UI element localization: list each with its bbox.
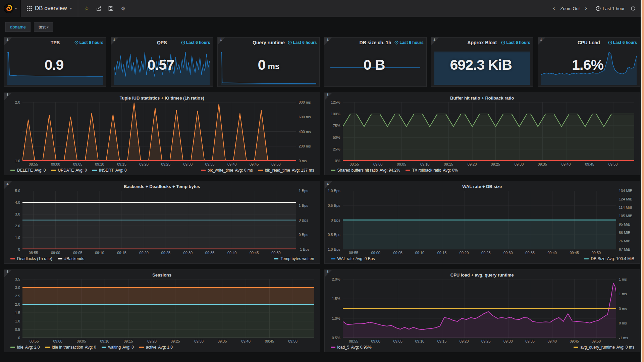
panel-time-range-link[interactable]: Last 6 hours <box>74 40 103 45</box>
graph-plot[interactable] <box>22 102 296 161</box>
y-tick: 75% <box>333 124 340 128</box>
graph-plot[interactable] <box>22 191 296 249</box>
y-tick: 1.5 <box>15 311 20 315</box>
y-tick: 1 Bps <box>299 189 308 193</box>
y-tick: 400 ms <box>299 130 311 134</box>
y-tick: 1.5% <box>332 297 340 301</box>
variable-value-label: test <box>39 24 46 29</box>
legend-item[interactable]: WAL rateAvg: 0 Bps <box>331 256 375 261</box>
legend-series-avg: Avg: 0% <box>443 168 458 173</box>
clock-icon <box>608 41 612 45</box>
y-tick: 2.0 <box>15 224 20 228</box>
legend-item[interactable]: DB SizeAvg: 100.4 MiB <box>584 256 634 261</box>
legend-item[interactable]: #Backends <box>58 256 84 261</box>
graph-plot[interactable] <box>343 102 635 161</box>
clock-icon <box>181 41 185 45</box>
legend-series-label: active <box>146 345 156 350</box>
legend-item[interactable]: TX rollback ratioAvg: 0% <box>406 168 458 173</box>
stat-panel-tps[interactable]: i TPS Last 6 hours 0.9 <box>4 37 106 87</box>
legend-item[interactable]: blk_read_timeAvg: 137 ms <box>258 168 314 173</box>
stat-panel-approx-bloat[interactable]: i Approx Bloat Last 6 hours 692.3 KiB <box>431 37 533 87</box>
stat-panel-cpu-load[interactable]: i CPU Load Last 6 hours 1.6% <box>538 37 640 87</box>
stat-panel-db-size-change[interactable]: i DB size ch. 1h Last 6 hours 0 B <box>324 37 426 87</box>
legend-series-label: Temp bytes written <box>280 256 314 261</box>
panel-title[interactable]: Buffer hit ratio + Rollback ratio <box>327 95 637 102</box>
legend-item[interactable]: idleAvg: 2.0 <box>10 345 40 350</box>
legend-series-avg: Avg: 0 ms <box>235 168 253 173</box>
graph-plot[interactable] <box>22 279 314 338</box>
legend-item[interactable]: activeAvg: 1.0 <box>139 345 173 350</box>
settings-button[interactable]: ⚙ <box>117 0 129 17</box>
graph-plot[interactable] <box>343 191 616 249</box>
legend: Deadlocks (1h rate)#BackendsTemp bytes w… <box>7 255 317 263</box>
x-tick: 09:25 <box>481 339 491 343</box>
x-tick: 09:15 <box>117 162 126 166</box>
y-tick: 2.0 <box>15 100 20 104</box>
y-tick: 1.0% <box>332 316 340 320</box>
y-axis-left: 3.53.02.52.01.51.00.50 <box>7 279 22 338</box>
page-scrollbar[interactable] <box>641 0 644 362</box>
panel-title[interactable]: Backends + Deadlocks + Temp bytes <box>7 183 317 191</box>
time-shift-right-button[interactable]: › <box>583 5 589 12</box>
legend-item[interactable]: DELETEAvg: 0 <box>10 168 46 173</box>
panel-title[interactable]: WAL rate + DB size <box>327 183 637 191</box>
y-tick: 1 ms <box>619 292 627 296</box>
x-tick: 09:10 <box>415 251 425 255</box>
legend-item[interactable]: load_5Avg: 0.96% <box>331 345 372 350</box>
stat-panel-qps[interactable]: i QPS Last 6 hours 0.57 <box>111 37 213 87</box>
x-tick: 09:40 <box>547 251 557 255</box>
legend-series-color <box>10 258 15 259</box>
legend-item[interactable]: avg_query_runtimeAvg: 0 ms <box>574 345 634 350</box>
legend: idleAvg: 2.0idle in transactionAvg: 0wai… <box>7 344 317 351</box>
time-shift-left-button[interactable]: ‹ <box>551 5 557 12</box>
legend-item[interactable]: INSERTAvg: 0 <box>92 168 127 173</box>
legend-item[interactable]: Shared buffers hit ratioAvg: 94.2% <box>331 168 400 173</box>
legend: WAL rateAvg: 0 BpsDB SizeAvg: 100.4 MiB <box>327 255 637 263</box>
panel-time-range-link[interactable]: Last 6 hours <box>288 40 317 45</box>
graph-panel-cpu-load-query-runtime: i CPU load + avg. query runtime 2.0%1.5%… <box>324 269 640 352</box>
y-axis-right: 1 ms1 ms0 ms0 ms-1 ms <box>616 279 637 338</box>
x-tick: 08:55 <box>30 339 39 343</box>
refresh-button[interactable] <box>628 0 638 17</box>
y-tick: 86 MiB <box>619 231 630 235</box>
variable-value-dropdown[interactable]: test ▾ <box>34 22 53 32</box>
x-axis: 08:5509:0009:0509:1009:1509:2009:2509:30… <box>22 161 296 167</box>
legend-item[interactable]: Temp bytes written <box>274 256 314 261</box>
panel-time-range-link[interactable]: Last 6 hours <box>181 40 210 45</box>
x-tick: 09:00 <box>371 339 380 343</box>
legend-item[interactable]: Deadlocks (1h rate) <box>10 256 52 261</box>
y-axis-left: 5.04.03.02.01.00 <box>7 191 22 249</box>
stat-panel-query-runtime[interactable]: i Query runtime Last 6 hours 0ms <box>217 37 320 87</box>
stats-row: i TPS Last 6 hours 0.9 i QPS Last 6 hour… <box>4 37 640 87</box>
share-dashboard-button[interactable] <box>93 0 105 17</box>
panel-title[interactable]: CPU load + avg. query runtime <box>327 272 637 279</box>
legend-item[interactable]: waitingAvg: 0 <box>102 345 134 350</box>
time-range-label: Last 1 hour <box>603 6 625 11</box>
grafana-logo-menu[interactable]: ▾ <box>0 0 21 17</box>
graph-plot[interactable] <box>343 279 616 338</box>
legend-series-label: #Backends <box>64 256 84 261</box>
y-tick: 3.5 <box>15 277 20 281</box>
panel-time-range-link[interactable]: Last 6 hours <box>608 40 637 45</box>
panel-title[interactable]: Sessions <box>7 272 317 279</box>
legend-item[interactable]: blk_write_timeAvg: 0 ms <box>201 168 253 173</box>
star-dashboard-button[interactable]: ☆ <box>81 0 93 17</box>
save-dashboard-button[interactable] <box>105 0 117 17</box>
legend-item[interactable]: idle in transactionAvg: 0 <box>45 345 96 350</box>
panel-time-range-link[interactable]: Last 6 hours <box>394 40 423 45</box>
dashboard-title-menu[interactable]: DB overview ▾ <box>21 0 78 17</box>
time-range-picker[interactable]: Last 1 hour <box>594 6 627 11</box>
chevron-down-icon: ▾ <box>70 6 72 11</box>
graph-panel-buffer-hit-ratio: i Buffer hit ratio + Rollback ratio 125%… <box>324 93 640 175</box>
y-axis-right <box>634 102 637 161</box>
dashboard-title: DB overview <box>35 5 67 12</box>
zoom-out-button[interactable]: Zoom Out <box>558 6 582 11</box>
x-axis: 08:5509:0009:0509:1009:1509:2009:2509:30… <box>343 249 616 255</box>
panel-time-range-link[interactable]: Last 6 hours <box>501 40 530 45</box>
legend-item[interactable]: UPDATEAvg: 0 <box>51 168 87 173</box>
x-tick: 09:35 <box>205 162 215 166</box>
x-tick: 09:25 <box>161 162 171 166</box>
graph-row-1: i Tuple IUD statistics + IO times (1h ra… <box>4 93 640 175</box>
panel-title[interactable]: Tuple IUD statistics + IO times (1h rati… <box>7 95 317 102</box>
legend-series-color <box>102 347 106 348</box>
